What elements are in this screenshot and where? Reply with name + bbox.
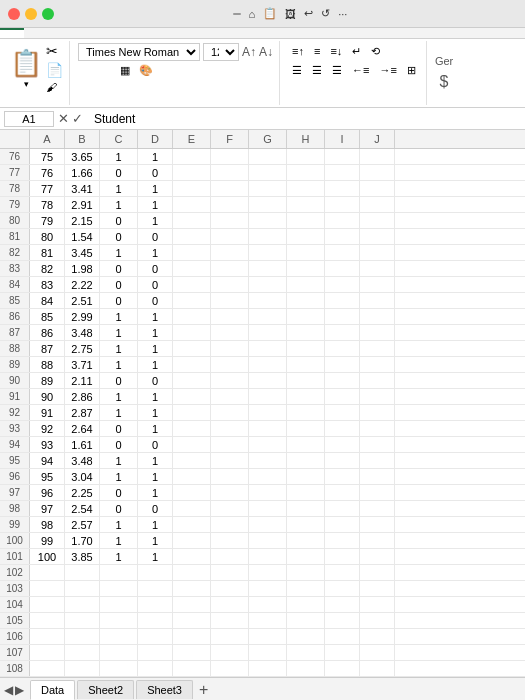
align-right-button[interactable]: ☰ <box>328 62 346 79</box>
cell[interactable]: 1 <box>138 549 173 564</box>
cell[interactable]: 98 <box>30 517 65 532</box>
cell[interactable] <box>249 501 287 516</box>
cell[interactable] <box>249 261 287 276</box>
cell[interactable] <box>249 517 287 532</box>
cell[interactable] <box>287 405 325 420</box>
cell[interactable]: 1 <box>100 517 138 532</box>
cell[interactable]: 1 <box>100 197 138 212</box>
cell[interactable]: 89 <box>30 373 65 388</box>
cell[interactable]: 90 <box>30 389 65 404</box>
cell[interactable] <box>249 485 287 500</box>
cell[interactable]: 0 <box>138 277 173 292</box>
cell[interactable] <box>249 213 287 228</box>
cell[interactable] <box>325 517 360 532</box>
cell[interactable] <box>325 245 360 260</box>
cell[interactable]: 75 <box>30 149 65 164</box>
cell[interactable] <box>325 597 360 612</box>
cell[interactable]: 3.65 <box>65 149 100 164</box>
cell[interactable]: 1 <box>100 309 138 324</box>
cell[interactable] <box>287 437 325 452</box>
cell[interactable]: 0 <box>100 277 138 292</box>
cell[interactable] <box>138 581 173 596</box>
cell[interactable] <box>287 213 325 228</box>
cell[interactable] <box>173 437 211 452</box>
cell[interactable] <box>173 661 211 676</box>
cell[interactable]: 86 <box>30 325 65 340</box>
cell[interactable] <box>211 613 249 628</box>
cell[interactable] <box>173 629 211 644</box>
cell[interactable] <box>138 597 173 612</box>
cell[interactable] <box>173 469 211 484</box>
toolbar-home-icon[interactable]: ⌂ <box>249 8 256 20</box>
cell[interactable]: 3.48 <box>65 453 100 468</box>
col-header-I[interactable]: I <box>325 130 360 148</box>
cell[interactable]: 91 <box>30 405 65 420</box>
cell[interactable] <box>65 645 100 660</box>
cell[interactable] <box>211 325 249 340</box>
cell[interactable] <box>211 277 249 292</box>
cell[interactable] <box>30 565 65 580</box>
align-left-button[interactable]: ☰ <box>288 62 306 79</box>
cell[interactable] <box>325 389 360 404</box>
increase-indent-button[interactable]: →≡ <box>375 62 400 79</box>
cell-reference-input[interactable] <box>4 111 54 127</box>
cell[interactable]: 3.41 <box>65 181 100 196</box>
cell[interactable] <box>30 613 65 628</box>
cell[interactable]: 1 <box>138 405 173 420</box>
cell[interactable]: 1 <box>138 485 173 500</box>
cell[interactable] <box>173 373 211 388</box>
cell[interactable] <box>211 549 249 564</box>
cell[interactable] <box>287 581 325 596</box>
cell[interactable] <box>360 597 395 612</box>
cell[interactable]: 79 <box>30 213 65 228</box>
cell[interactable]: 0 <box>100 165 138 180</box>
cell[interactable] <box>360 565 395 580</box>
cell[interactable]: 1 <box>100 389 138 404</box>
align-bottom-button[interactable]: ≡↓ <box>326 43 346 60</box>
cell[interactable] <box>249 421 287 436</box>
cell[interactable]: 2.11 <box>65 373 100 388</box>
cell[interactable] <box>287 309 325 324</box>
cell[interactable] <box>173 149 211 164</box>
cell[interactable]: 1 <box>100 453 138 468</box>
tab-insert[interactable] <box>24 28 48 38</box>
cell[interactable] <box>287 469 325 484</box>
cell[interactable] <box>325 421 360 436</box>
cell[interactable]: 0 <box>100 261 138 276</box>
fill-color-button[interactable]: 🎨 <box>136 63 156 78</box>
cell[interactable] <box>100 629 138 644</box>
cell[interactable]: 1 <box>100 405 138 420</box>
maximize-button[interactable] <box>42 8 54 20</box>
col-header-J[interactable]: J <box>360 130 395 148</box>
cell[interactable] <box>287 229 325 244</box>
cell[interactable] <box>360 501 395 516</box>
table-row[interactable]: 95943.4811 <box>0 453 525 469</box>
cell[interactable] <box>325 309 360 324</box>
cell[interactable] <box>173 405 211 420</box>
cell[interactable] <box>325 197 360 212</box>
cell[interactable]: 0 <box>100 501 138 516</box>
cell[interactable] <box>360 357 395 372</box>
cell[interactable] <box>173 357 211 372</box>
table-row[interactable]: 96953.0411 <box>0 469 525 485</box>
cell[interactable] <box>173 501 211 516</box>
cell[interactable] <box>287 453 325 468</box>
cell[interactable]: 2.91 <box>65 197 100 212</box>
cell[interactable] <box>138 613 173 628</box>
cell[interactable] <box>211 261 249 276</box>
cell[interactable] <box>325 405 360 420</box>
cell[interactable] <box>287 501 325 516</box>
cell[interactable] <box>173 517 211 532</box>
col-header-C[interactable]: C <box>100 130 138 148</box>
col-header-F[interactable]: F <box>211 130 249 148</box>
cell[interactable]: 1 <box>100 181 138 196</box>
cell[interactable] <box>249 597 287 612</box>
cell[interactable] <box>360 309 395 324</box>
cell[interactable] <box>249 533 287 548</box>
cell[interactable]: 77 <box>30 181 65 196</box>
cell[interactable] <box>325 373 360 388</box>
cell[interactable] <box>360 629 395 644</box>
cancel-formula-icon[interactable]: ✕ <box>58 111 69 126</box>
table-row[interactable]: 78773.4111 <box>0 181 525 197</box>
toolbar-redo-icon[interactable]: ↺ <box>321 7 330 20</box>
